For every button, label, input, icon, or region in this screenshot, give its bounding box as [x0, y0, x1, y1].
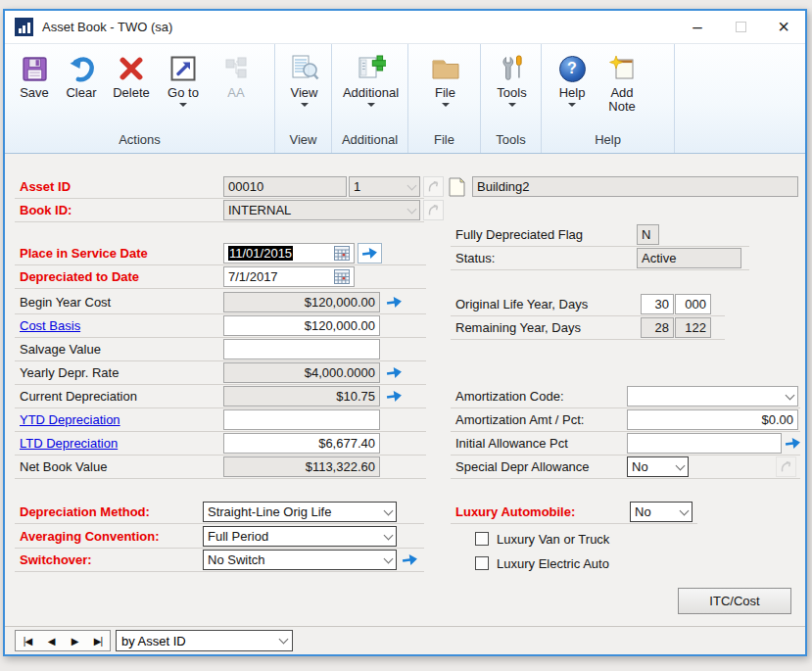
- note-button[interactable]: [449, 177, 465, 201]
- switchover-combo[interactable]: No Switch: [203, 550, 397, 570]
- goto-button[interactable]: Go to: [158, 51, 209, 107]
- book-id-chevron-icon: [407, 204, 417, 214]
- depreciated-to-row: Depreciated to Date 7/1/2017: [15, 266, 426, 289]
- maximize-icon: [736, 22, 746, 32]
- current-depreciation-goto-button[interactable]: [383, 386, 405, 407]
- depreciated-to-field[interactable]: 7/1/2017: [223, 266, 355, 287]
- yearly-depr-rate-goto-button[interactable]: [383, 362, 405, 383]
- luxury-electric-checkbox[interactable]: [475, 556, 489, 570]
- asset-book-window: Asset Book - TWO (sa) – ×: [3, 9, 807, 656]
- salvage-value-field[interactable]: [223, 339, 380, 359]
- goto-dropdown-caret: [179, 103, 187, 107]
- close-button[interactable]: ×: [762, 11, 805, 43]
- current-depreciation-field: $10.75: [223, 386, 380, 407]
- title-bar: Asset Book - TWO (sa) – ×: [5, 11, 805, 44]
- remaining-life-row: Remaining Year, Days 28 122: [451, 317, 725, 340]
- toolbar-group-tools: Tools Tools: [481, 44, 542, 153]
- toolbar-group-label-tools: Tools: [481, 130, 541, 153]
- nav-previous-button[interactable]: ◀: [39, 631, 63, 650]
- save-button[interactable]: Save: [11, 51, 58, 100]
- depreciation-method-combo[interactable]: Straight-Line Orig Life: [203, 502, 397, 522]
- book-id-expansion-button: [423, 200, 444, 220]
- nav-next-button[interactable]: ▶: [63, 631, 86, 650]
- status-row: Status: Active: [451, 248, 749, 270]
- clear-button[interactable]: Clear: [58, 51, 105, 100]
- ltd-depreciation-link[interactable]: LTD Depreciation: [20, 436, 118, 451]
- initial-allowance-goto-button[interactable]: [782, 433, 803, 454]
- cost-basis-link[interactable]: Cost Basis: [20, 318, 80, 333]
- help-button[interactable]: Help: [548, 51, 597, 107]
- ytd-depreciation-row: YTD Depreciation: [15, 409, 426, 432]
- initial-allowance-field[interactable]: [627, 433, 782, 454]
- additional-button[interactable]: Additional: [338, 51, 404, 107]
- status-bar: |◀ ◀ ▶ ▶| by Asset ID: [5, 626, 805, 653]
- original-life-row: Original Life Year, Days 30 000: [451, 294, 725, 316]
- depreciated-to-label: Depreciated to Date: [20, 269, 139, 284]
- yearly-depr-rate-label: Yearly Depr. Rate: [20, 365, 119, 380]
- amortization-code-combo[interactable]: [627, 386, 798, 407]
- special-depr-combo[interactable]: No: [627, 456, 689, 477]
- luxury-van-checkbox[interactable]: [475, 532, 489, 546]
- amortization-amt-row: Amortization Amt / Pct: $0.00: [451, 409, 800, 432]
- sort-by-value: by Asset ID: [121, 634, 186, 648]
- luxury-van-row: Luxury Van or Truck: [451, 529, 697, 551]
- remaining-life-days-field: 122: [675, 317, 711, 338]
- yearly-depr-rate-field: $4,000.0000: [223, 362, 380, 383]
- special-depr-expansion-button: [776, 456, 796, 477]
- amortization-amt-label: Amortization Amt / Pct:: [455, 412, 585, 427]
- itc-cost-button[interactable]: ITC/Cost: [678, 588, 791, 614]
- switchover-label: Switchover:: [20, 552, 92, 567]
- file-folder-icon: [430, 51, 461, 86]
- remaining-life-label: Remaining Year, Days: [455, 320, 581, 335]
- net-book-value-row: Net Book Value $113,322.60: [15, 456, 426, 479]
- place-in-service-calendar-button[interactable]: [334, 246, 350, 261]
- status-label: Status:: [455, 251, 495, 265]
- nav-first-button[interactable]: |◀: [16, 631, 39, 650]
- minimize-button[interactable]: –: [676, 11, 719, 43]
- amortization-code-label: Amortization Code:: [455, 389, 564, 404]
- ltd-depreciation-field[interactable]: $6,677.40: [223, 433, 380, 454]
- place-in-service-label: Place in Service Date: [20, 246, 148, 261]
- luxury-automobile-label: Luxury Automobile:: [455, 504, 575, 519]
- depreciated-to-calendar-button[interactable]: [334, 269, 350, 284]
- file-button[interactable]: File: [421, 51, 470, 107]
- depreciation-method-row: Depreciation Method: Straight-Line Orig …: [15, 502, 424, 524]
- add-note-button[interactable]: Add Note: [597, 51, 647, 114]
- place-in-service-goto-button[interactable]: [358, 243, 382, 264]
- ytd-depreciation-link[interactable]: YTD Depreciation: [20, 412, 120, 427]
- averaging-convention-row: Averaging Convention: Full Period: [15, 526, 424, 549]
- amortization-code-chevron-icon: [786, 390, 795, 400]
- initial-allowance-label: Initial Allowance Pct: [455, 436, 568, 451]
- cost-basis-field[interactable]: $120,000.00: [223, 315, 380, 336]
- averaging-convention-combo[interactable]: Full Period: [203, 526, 397, 547]
- place-in-service-row: Place in Service Date 11/01/2015: [15, 243, 426, 265]
- ytd-depreciation-field[interactable]: [223, 409, 380, 430]
- save-icon: [21, 51, 49, 86]
- help-dropdown-caret: [568, 103, 576, 107]
- book-id-row: Book ID: INTERNAL: [15, 200, 424, 222]
- additional-dropdown-caret: [367, 103, 375, 107]
- original-life-years-field[interactable]: 30: [641, 294, 674, 314]
- original-life-days-field[interactable]: 000: [675, 294, 711, 314]
- sort-by-combo[interactable]: by Asset ID: [116, 630, 293, 651]
- asset-id-field: 00010: [223, 176, 347, 197]
- depreciation-method-chevron-icon: [384, 505, 394, 515]
- luxury-automobile-combo[interactable]: No: [630, 502, 693, 522]
- begin-year-cost-goto-button[interactable]: [383, 292, 405, 312]
- additional-plus-icon: [357, 51, 386, 86]
- fully-depreciated-field: N: [637, 224, 659, 245]
- delete-button[interactable]: Delete: [105, 51, 158, 100]
- toolbar-group-help: Help Add Note Help: [542, 44, 675, 153]
- tools-button[interactable]: Tools: [487, 51, 537, 107]
- toolbar-group-label-file: File: [408, 130, 480, 153]
- place-in-service-field[interactable]: 11/01/2015: [223, 243, 355, 264]
- view-button[interactable]: View: [281, 51, 327, 107]
- add-note-icon: [608, 51, 636, 86]
- luxury-van-label: Luxury Van or Truck: [497, 532, 609, 547]
- amortization-amt-field[interactable]: $0.00: [627, 409, 798, 430]
- nav-last-button[interactable]: ▶|: [86, 631, 110, 650]
- tools-wrench-icon: [499, 51, 526, 86]
- record-nav-group: |◀ ◀ ▶ ▶|: [15, 630, 111, 651]
- begin-year-cost-field: $120,000.00: [223, 292, 380, 312]
- switchover-goto-button[interactable]: [399, 550, 420, 570]
